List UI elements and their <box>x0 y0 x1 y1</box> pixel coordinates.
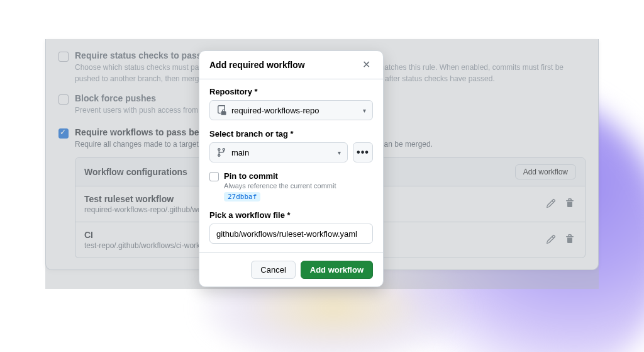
branch-value: main <box>231 148 249 157</box>
close-icon[interactable]: ✕ <box>360 59 373 71</box>
workflow-file-label: Pick a workflow file * <box>209 210 373 220</box>
branch-options-button[interactable]: ••• <box>353 142 373 162</box>
add-workflow-button[interactable]: Add workflow <box>301 261 373 279</box>
repository-group: Repository * required-workflows-repo ▾ <box>209 87 373 120</box>
pin-to-commit-desc: Always reference the current commit <box>224 182 336 190</box>
workflow-file-input[interactable] <box>209 224 373 244</box>
cancel-button[interactable]: Cancel <box>251 261 295 279</box>
commit-sha-chip: 27dbbaf <box>224 192 260 202</box>
branch-label: Select branch or tag * <box>209 129 373 139</box>
branch-group: Select branch or tag * main ▾ ••• <box>209 129 373 162</box>
chevron-down-icon: ▾ <box>363 107 366 114</box>
repository-label: Repository * <box>209 87 373 96</box>
pin-to-commit-title: Pin to commit <box>224 171 336 181</box>
modal-footer: Cancel Add workflow <box>199 253 383 287</box>
add-required-workflow-modal: Add required workflow ✕ Repository * req… <box>199 50 384 287</box>
pin-to-commit-checkbox[interactable] <box>209 172 219 181</box>
git-branch-icon <box>216 147 226 157</box>
repository-value: required-workflows-repo <box>231 106 319 115</box>
modal-title: Add required workflow <box>209 60 305 70</box>
chevron-down-icon: ▾ <box>338 149 341 156</box>
repo-lock-icon <box>216 105 226 115</box>
branch-select[interactable]: main ▾ <box>209 142 348 162</box>
pin-to-commit-group: Pin to commit Always reference the curre… <box>209 171 373 202</box>
workflow-file-group: Pick a workflow file * <box>209 210 373 244</box>
modal-header: Add required workflow ✕ <box>199 51 383 79</box>
repository-select[interactable]: required-workflows-repo ▾ <box>209 100 373 120</box>
